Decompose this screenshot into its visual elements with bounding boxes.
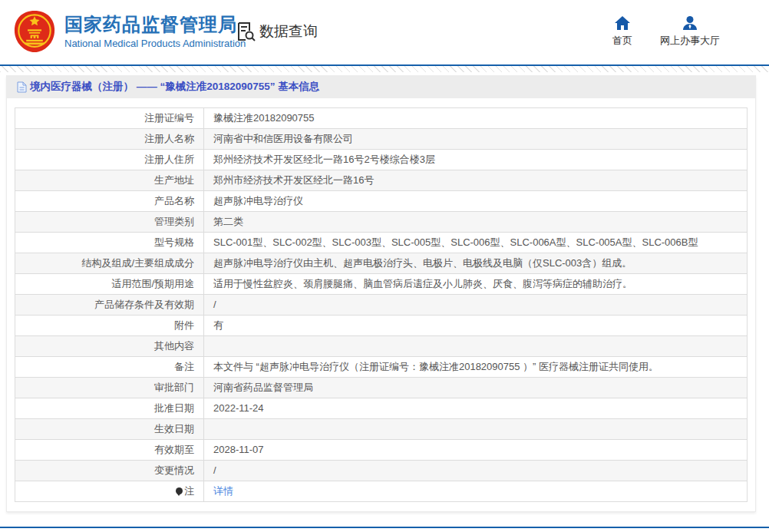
row-value: 豫械注准20182090755	[204, 108, 748, 129]
row-label: 管理类别	[15, 212, 204, 233]
table-row: 产品名称超声脉冲电导治疗仪	[15, 191, 748, 212]
row-label: 产品名称	[15, 191, 204, 212]
row-label: 注册人住所	[15, 150, 204, 170]
table-row: 生产地址郑州市经济技术开发区经北一路16号	[15, 170, 748, 191]
agency-name-en: National Medical Products Administration	[64, 38, 246, 49]
row-value: 河南省药品监督管理局	[204, 378, 748, 398]
row-label: 附件	[15, 316, 204, 336]
row-value: /	[204, 461, 748, 481]
row-label: 产品储存条件及有效期	[15, 295, 204, 316]
row-label: 适用范围/预期用途	[15, 274, 204, 295]
page-title-bar: 境内医疗器械（注册） —— “豫械注准20182090755” 基本信息	[7, 75, 755, 98]
table-row: 注册人名称河南省中和信医用设备有限公司	[15, 129, 748, 150]
home-icon	[615, 16, 630, 30]
row-label: 备注	[15, 357, 204, 378]
agency-name-zh: 国家药品监督管理局	[64, 14, 246, 36]
user-icon	[682, 16, 698, 30]
table-row: 型号规格SLC-001型、SLC-002型、SLC-003型、SLC-005型、…	[15, 233, 748, 253]
row-value	[204, 419, 748, 440]
table-row: 有效期至2028-11-07	[15, 440, 748, 461]
table-row: 注详情	[15, 481, 748, 502]
table-row: 附件有	[15, 316, 748, 336]
row-label: 注	[15, 481, 204, 502]
nav-hall-label: 网上办事大厅	[660, 34, 720, 48]
row-value: 郑州市经济技术开发区经北一路16号	[204, 170, 748, 191]
row-value: 适用于慢性盆腔炎、颈肩腰腿痛、脑血管病后遗症及小儿肺炎、厌食、腹泻等病症的辅助治…	[204, 274, 748, 295]
data-query-label: 数据查询	[259, 21, 318, 41]
info-table-body: 注册证编号豫械注准20182090755注册人名称河南省中和信医用设备有限公司注…	[15, 108, 748, 502]
row-value: /	[204, 295, 748, 316]
content-panel: 境内医疗器械（注册） —— “豫械注准20182090755” 基本信息 注册证…	[6, 75, 756, 512]
table-row: 注册证编号豫械注准20182090755	[15, 108, 748, 129]
row-label: 生效日期	[15, 419, 204, 440]
table-row: 其他内容	[15, 336, 748, 357]
row-value: 第二类	[204, 212, 748, 233]
row-value: 超声脉冲电导治疗仪由主机、超声电极治疗头、电极片、电极线及电脑（仅SLC-003…	[204, 253, 748, 274]
registration-info-table: 注册证编号豫械注准20182090755注册人名称河南省中和信医用设备有限公司注…	[15, 107, 748, 502]
row-value: 本文件与 “超声脉冲电导治疗仪（注册证编号：豫械注准20182090755 ）”…	[204, 357, 748, 378]
row-label: 注册人名称	[15, 129, 204, 150]
row-label: 变更情况	[15, 461, 204, 481]
row-value: SLC-001型、SLC-002型、SLC-003型、SLC-005型、SLC-…	[204, 233, 748, 253]
top-nav: 首页 网上办事大厅	[612, 16, 720, 48]
row-label: 注册证编号	[15, 108, 204, 129]
row-label: 其他内容	[15, 336, 204, 357]
row-label: 型号规格	[15, 233, 204, 253]
table-row: 结构及组成/主要组成成分超声脉冲电导治疗仪由主机、超声电极治疗头、电极片、电极线…	[15, 253, 748, 274]
table-row: 批准日期2022-11-24	[15, 398, 748, 419]
row-label: 审批部门	[15, 378, 204, 398]
site-logo[interactable]: 国家药品监督管理局 National Medical Products Admi…	[14, 10, 246, 53]
row-value: 详情	[204, 481, 748, 502]
row-value: 郑州经济技术开发区经北一路16号2号楼综合楼3层	[204, 150, 748, 170]
table-row: 审批部门河南省药品监督管理局	[15, 378, 748, 398]
agency-name: 国家药品监督管理局 National Medical Products Admi…	[64, 14, 246, 50]
header-hatch-decoration	[0, 66, 769, 72]
nav-home-label: 首页	[612, 34, 632, 48]
page-title: 境内医疗器械（注册） —— “豫械注准20182090755” 基本信息	[30, 80, 319, 94]
document-search-icon	[235, 21, 256, 42]
row-label: 生产地址	[15, 170, 204, 191]
data-query-section[interactable]: 数据查询	[235, 21, 318, 42]
nav-item-service-hall[interactable]: 网上办事大厅	[660, 16, 720, 48]
row-value	[204, 336, 748, 357]
national-emblem-icon	[14, 10, 55, 53]
row-label: 结构及组成/主要组成成分	[15, 253, 204, 274]
site-header: 国家药品监督管理局 National Medical Products Admi…	[0, 0, 769, 66]
table-row: 变更情况/	[15, 461, 748, 481]
nav-item-home[interactable]: 首页	[612, 16, 632, 48]
row-value: 超声脉冲电导治疗仪	[204, 191, 748, 212]
details-link[interactable]: 详情	[213, 485, 233, 497]
footer-divider	[0, 527, 769, 528]
document-icon	[17, 81, 27, 93]
table-row: 产品储存条件及有效期/	[15, 295, 748, 316]
row-value: 有	[204, 316, 748, 336]
row-value: 河南省中和信医用设备有限公司	[204, 129, 748, 150]
table-row: 适用范围/预期用途适用于慢性盆腔炎、颈肩腰腿痛、脑血管病后遗症及小儿肺炎、厌食、…	[15, 274, 748, 295]
row-value: 2028-11-07	[204, 440, 748, 461]
note-pin-icon	[176, 487, 183, 494]
row-value: 2022-11-24	[204, 398, 748, 419]
row-label: 有效期至	[15, 440, 204, 461]
table-row: 生效日期	[15, 419, 748, 440]
table-row: 管理类别第二类	[15, 212, 748, 233]
row-label: 批准日期	[15, 398, 204, 419]
table-row: 注册人住所郑州经济技术开发区经北一路16号2号楼综合楼3层	[15, 150, 748, 170]
table-row: 备注本文件与 “超声脉冲电导治疗仪（注册证编号：豫械注准20182090755 …	[15, 357, 748, 378]
